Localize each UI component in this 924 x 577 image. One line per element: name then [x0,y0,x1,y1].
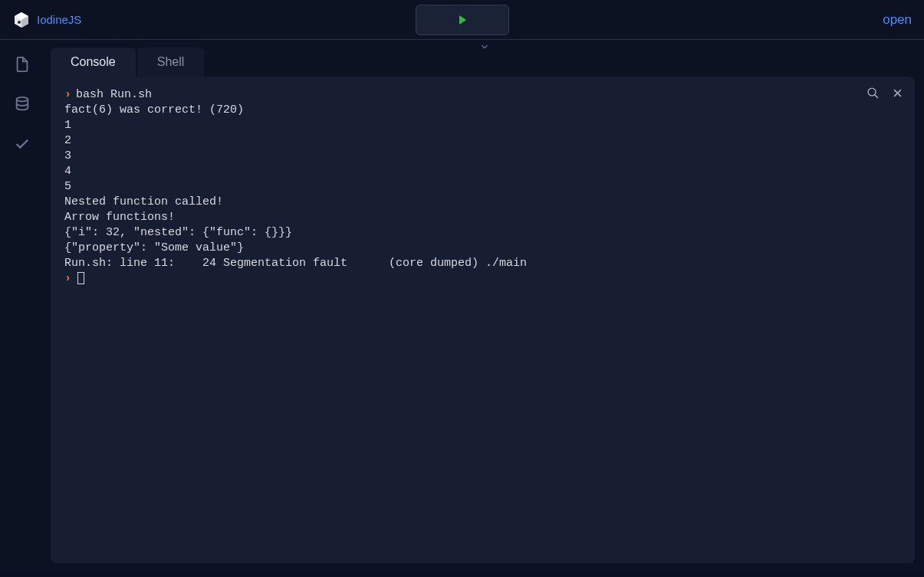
console-output-line: {"i": 32, "nested": {"func": {}}} [64,225,901,241]
prompt-icon: › [64,272,71,285]
top-bar: IodineJS open [0,0,924,40]
prompt-icon: › [64,88,71,101]
search-icon[interactable] [866,86,880,100]
svg-point-1 [17,97,28,101]
main-area: Console Shell ›bash R [44,40,924,572]
body-row: Console Shell ›bash R [0,40,924,572]
svg-point-2 [868,88,876,96]
cursor-icon [77,272,84,284]
console-prompt-line[interactable]: › [64,271,901,287]
console-output-line: Arrow functions! [64,210,901,225]
project-name[interactable]: IodineJS [37,13,81,26]
console-output-line: 4 [64,164,901,179]
console-output-line: 3 [64,149,901,164]
console-pane[interactable]: ›bash Run.sh fact(6) was correct! (720) … [51,77,915,563]
console-output-line: 2 [64,133,901,149]
console-tools [866,86,904,100]
close-icon[interactable] [890,86,904,100]
console-output-line: Run.sh: line 11: 24 Segmentation fault (… [64,256,901,271]
chevron-down-icon[interactable] [479,41,490,54]
console-output-line: fact(6) was correct! (720) [64,103,901,118]
tab-console[interactable]: Console [51,48,136,77]
project-header[interactable]: IodineJS [12,11,81,29]
run-button[interactable] [416,5,509,35]
database-icon[interactable] [13,95,31,113]
svg-line-3 [874,94,877,97]
files-icon[interactable] [13,55,31,74]
play-icon [456,14,469,26]
console-output-line: 5 [64,179,901,195]
open-link[interactable]: open [883,12,912,28]
console-output-line: 1 [64,118,901,133]
console-output-line: Nested function called! [64,195,901,210]
svg-point-0 [18,21,21,24]
check-icon[interactable] [13,135,31,153]
logo-cube-icon [12,11,31,29]
console-output-line: {"property": "Some value"} [64,241,901,256]
tab-shell[interactable]: Shell [137,48,205,77]
console-line-command: ›bash Run.sh [64,87,901,103]
command-text: bash Run.sh [76,88,152,101]
bottom-strip [0,572,924,577]
left-sidebar [0,40,44,572]
